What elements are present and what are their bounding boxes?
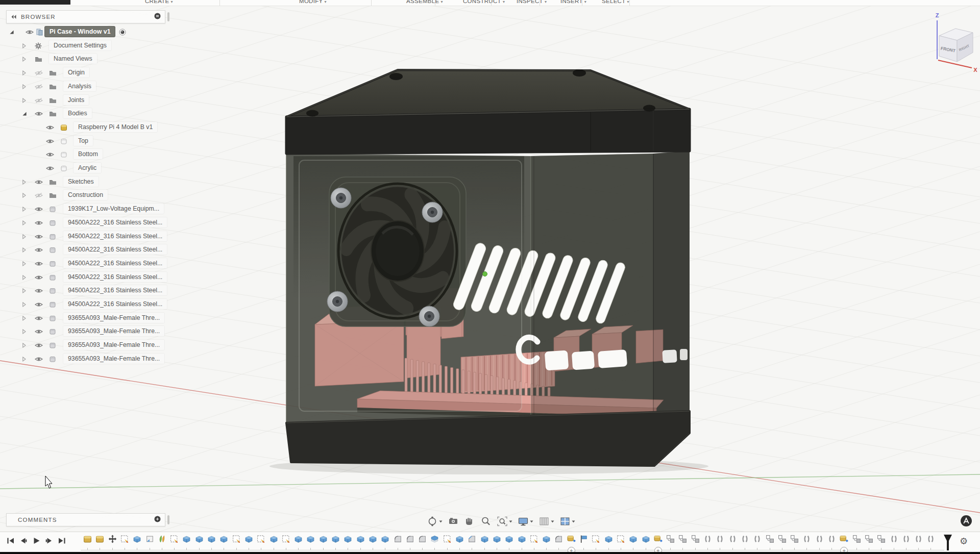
tree-row-acrylic[interactable]: Acrylic xyxy=(0,162,179,174)
tree-item-label[interactable]: Construction xyxy=(63,190,108,200)
timeline-feature-asbuilt[interactable] xyxy=(716,535,724,543)
tree-row-pi-case-window-v1[interactable]: Pi Case - Window v1 xyxy=(0,26,179,38)
tree-item-label[interactable]: Bodies xyxy=(63,108,92,118)
visibility-eye-icon[interactable] xyxy=(46,124,54,131)
expand-arrow-icon[interactable] xyxy=(22,315,27,321)
menu-create[interactable]: CREATE▾ xyxy=(145,0,173,6)
timeline-feature-flag[interactable] xyxy=(579,535,588,543)
timeline-feature-extrude[interactable] xyxy=(306,535,315,543)
expand-arrow-icon[interactable] xyxy=(22,84,27,89)
timeline-feature-extrude[interactable] xyxy=(642,535,650,543)
tree-item-label[interactable]: Raspberry Pi 4 Model B v1 xyxy=(74,122,157,132)
panel-menu-icon[interactable] xyxy=(154,12,161,21)
timeline-feature-component[interactable] xyxy=(83,535,92,543)
pi-case-model[interactable] xyxy=(270,69,708,474)
tree-row-94500a222-316-stainless-steel-[interactable]: 94500A222_316 Stainless Steel... xyxy=(0,285,179,297)
tree-item-label[interactable]: Acrylic xyxy=(74,163,101,173)
tree-row-93655a093-male-female-thre-[interactable]: 93655A093_Male-Female Thre... xyxy=(0,353,179,365)
menu-assemble[interactable]: ASSEMBLE▾ xyxy=(406,0,443,6)
expand-arrow-icon[interactable] xyxy=(22,274,27,280)
visibility-eye-icon[interactable] xyxy=(35,111,43,117)
tree-item-label[interactable]: 93655A093_Male-Female Thre... xyxy=(63,313,164,323)
tree-row-94500a222-316-stainless-steel-[interactable]: 94500A222_316 Stainless Steel... xyxy=(0,217,179,229)
visibility-eye-icon[interactable] xyxy=(46,165,54,171)
tree-row-94500a222-316-stainless-steel-[interactable]: 94500A222_316 Stainless Steel... xyxy=(0,271,179,284)
timeline-feature-extrude[interactable] xyxy=(542,535,551,543)
tree-item-label[interactable]: Pi Case - Window v1 xyxy=(45,27,115,37)
timeline-feature-pattern[interactable] xyxy=(158,535,166,543)
tree-row-top[interactable]: Top xyxy=(0,135,179,147)
visibility-eye-icon[interactable] xyxy=(35,179,43,185)
timeline-feature-chamfer[interactable] xyxy=(468,535,476,543)
tree-row-named-views[interactable]: Named Views xyxy=(0,53,179,65)
visibility-eye-icon[interactable] xyxy=(35,234,43,240)
tree-item-label[interactable]: 93655A093_Male-Female Thre... xyxy=(63,326,164,336)
timeline-feature-extrude[interactable] xyxy=(133,535,141,543)
tree-item-label[interactable]: 94500A222_316 Stainless Steel... xyxy=(63,299,167,309)
timeline-feature-asbuilt[interactable] xyxy=(728,535,737,543)
timeline-feature-fillet[interactable] xyxy=(418,535,427,543)
timeline-feature-asbuilt[interactable] xyxy=(890,535,898,543)
comments-panel-grip[interactable] xyxy=(167,515,169,524)
visibility-eye-off-icon[interactable] xyxy=(35,97,43,104)
visibility-eye-icon[interactable] xyxy=(46,152,54,158)
expand-arrow-icon[interactable] xyxy=(22,220,27,225)
menu-insert[interactable]: INSERT▾ xyxy=(560,0,586,6)
timeline-feature-joint[interactable] xyxy=(691,535,700,543)
timeline-feature-joint[interactable] xyxy=(678,535,687,543)
tree-row-construction[interactable]: Construction xyxy=(0,189,179,202)
timeline-feature-sketch[interactable] xyxy=(617,535,625,543)
tree-row-document-settings[interactable]: Document Settings xyxy=(0,40,179,52)
timeline-feature-sketch[interactable] xyxy=(530,535,538,543)
tree-row-93655a093-male-female-thre-[interactable]: 93655A093_Male-Female Thre... xyxy=(0,339,179,351)
viewcube[interactable]: FRONT RIGHT Z X xyxy=(936,12,978,73)
timeline-feature-component[interactable] xyxy=(95,535,104,543)
visibility-eye-icon[interactable] xyxy=(35,301,43,308)
tree-item-label[interactable]: 1939K17_Low-Voltage Equipm... xyxy=(63,204,164,214)
visibility-eye-icon[interactable] xyxy=(35,261,43,267)
visibility-eye-icon[interactable] xyxy=(46,138,54,144)
timeline-feature-extrude[interactable] xyxy=(182,535,191,543)
timeline-position-marker[interactable] xyxy=(943,534,953,554)
activate-component-radio[interactable] xyxy=(119,29,126,36)
tree-item-label[interactable]: 93655A093_Male-Female Thre... xyxy=(63,340,164,350)
browser-panel-grip[interactable] xyxy=(167,12,169,21)
tree-row-94500a222-316-stainless-steel-[interactable]: 94500A222_316 Stainless Steel... xyxy=(0,258,179,270)
tree-row-origin[interactable]: Origin xyxy=(0,67,179,79)
timeline-feature-move[interactable] xyxy=(108,535,117,543)
visibility-eye-icon[interactable] xyxy=(35,274,43,281)
timeline-feature-extrude[interactable] xyxy=(207,535,216,543)
timeline-feature-joint[interactable] xyxy=(852,535,861,543)
display-settings-icon[interactable] xyxy=(516,516,535,527)
timeline-feature-extrude[interactable] xyxy=(518,535,526,543)
collapse-arrow-icon[interactable] xyxy=(22,111,27,116)
menu-modify[interactable]: MODIFY▾ xyxy=(299,0,327,6)
timeline-settings-gear-icon[interactable]: ⚙ xyxy=(960,535,968,547)
timeline-feature-fillet[interactable] xyxy=(406,535,414,543)
expand-arrow-icon[interactable] xyxy=(22,57,27,62)
timeline-feature-asbuilt[interactable] xyxy=(902,535,911,543)
visibility-eye-off-icon[interactable] xyxy=(35,70,43,76)
visibility-eye-off-icon[interactable] xyxy=(35,192,43,198)
timeline-feature-asbuilt[interactable] xyxy=(827,535,836,543)
timeline-feature-asbuilt[interactable] xyxy=(914,535,923,543)
tree-row-joints[interactable]: Joints xyxy=(0,94,179,107)
tree-row-raspberry-pi-4-model-b-v1[interactable]: Raspberry Pi 4 Model B v1 xyxy=(0,121,179,134)
tree-item-label[interactable]: Named Views xyxy=(49,54,97,64)
visibility-eye-icon[interactable] xyxy=(35,247,43,253)
collapse-arrow-icon[interactable] xyxy=(9,30,14,35)
tree-item-label[interactable]: Origin xyxy=(63,67,89,78)
timeline-feature-extrude[interactable] xyxy=(629,535,638,543)
visibility-eye-icon[interactable] xyxy=(35,315,43,321)
expand-arrow-icon[interactable] xyxy=(22,43,27,48)
expand-arrow-icon[interactable] xyxy=(22,193,27,198)
timeline-feature-sketch[interactable] xyxy=(592,535,600,543)
timeline-feature-extrude[interactable] xyxy=(505,535,513,543)
timeline-feature-extrude[interactable] xyxy=(219,535,228,543)
timeline-feature-extrude[interactable] xyxy=(480,535,489,543)
tree-item-label[interactable]: 94500A222_316 Stainless Steel... xyxy=(63,217,167,228)
visibility-eye-icon[interactable] xyxy=(35,220,43,226)
expand-arrow-icon[interactable] xyxy=(22,207,27,212)
timeline-feature-sketch[interactable] xyxy=(232,535,241,543)
visibility-eye-icon[interactable] xyxy=(35,342,43,348)
